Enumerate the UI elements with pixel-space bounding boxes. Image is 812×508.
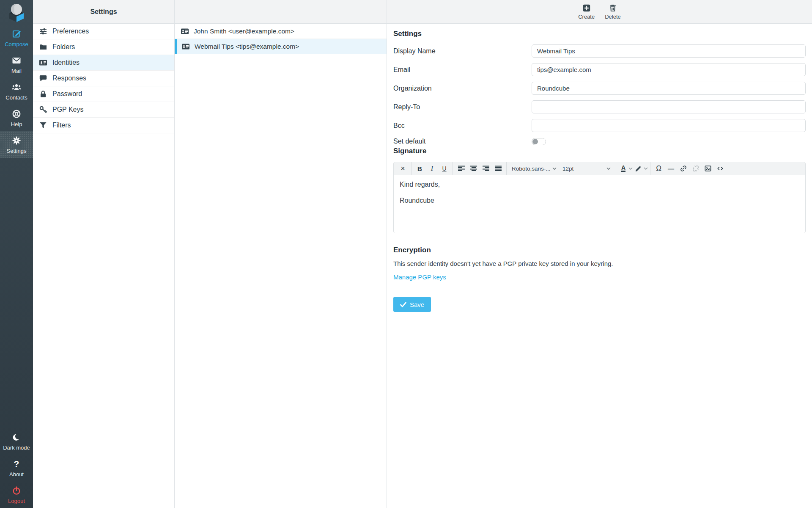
menu-item-password[interactable]: Password — [33, 86, 174, 102]
menu-item-filters[interactable]: Filters — [33, 118, 174, 133]
contacts-icon — [11, 82, 22, 92]
sidebar-item-label: Mail — [11, 68, 22, 74]
email-field[interactable] — [532, 63, 806, 76]
compose-icon — [11, 29, 22, 39]
settings-menu-column: Settings Preferences Folders Identities — [33, 0, 175, 508]
align-justify-icon[interactable] — [492, 163, 504, 174]
encryption-message: This sender identity doesn't yet have a … — [393, 260, 806, 267]
check-icon — [400, 302, 406, 307]
sidebar-item-mail[interactable]: Mail — [0, 51, 33, 78]
display-name-label: Display Name — [393, 47, 532, 55]
identity-detail-column: Create Delete Settings Display Name Emai… — [387, 0, 812, 508]
set-default-label: Set default — [393, 138, 532, 145]
folder-icon — [39, 43, 47, 51]
sidebar-spacer — [0, 158, 33, 428]
bcc-label: Bcc — [393, 122, 532, 130]
set-default-toggle[interactable] — [532, 138, 546, 145]
content-toolbar: Create Delete — [387, 0, 812, 24]
menu-item-label: Filters — [52, 121, 71, 129]
identity-row-webmail-tips[interactable]: Webmail Tips <tips@example.com> — [175, 39, 387, 54]
toolbar-group-font: Roboto,sans-... 12pt — [507, 162, 616, 175]
marker-icon — [634, 165, 642, 172]
sidebar-item-compose[interactable]: Compose — [0, 25, 33, 51]
delete-button[interactable]: Delete — [605, 3, 621, 20]
italic-icon[interactable]: I — [426, 163, 438, 174]
menu-item-folders[interactable]: Folders — [33, 39, 174, 55]
toolbar-group-style: B I U — [411, 162, 453, 175]
toggle-knob — [532, 139, 538, 144]
align-left-icon[interactable] — [455, 163, 467, 174]
sidebar-item-label: Contacts — [5, 94, 27, 101]
sidebar-item-settings[interactable]: Settings — [0, 131, 33, 158]
create-label: Create — [578, 14, 595, 20]
signature-section-title: Signature — [393, 147, 806, 155]
menu-item-label: Responses — [52, 75, 86, 82]
app-logo[interactable] — [0, 0, 33, 25]
remove-link-icon[interactable] — [689, 163, 702, 174]
save-button[interactable]: Save — [393, 297, 431, 312]
roundcube-logo-icon — [7, 2, 26, 22]
email-label: Email — [393, 66, 532, 74]
sidebar-item-logout[interactable]: Logout — [0, 481, 33, 508]
identities-list-column: John Smith <user@example.com> Webmail Ti… — [175, 0, 387, 508]
bcc-field[interactable] — [532, 119, 806, 132]
create-button[interactable]: Create — [578, 3, 595, 20]
display-name-field[interactable] — [532, 44, 806, 58]
chevron-down-icon[interactable] — [644, 167, 648, 170]
chat-bubble-icon — [39, 74, 47, 83]
settings-menu-header: Settings — [33, 0, 174, 24]
sidebar-item-help[interactable]: Help — [0, 105, 33, 131]
menu-item-preferences[interactable]: Preferences — [33, 24, 174, 39]
insert-image-icon[interactable] — [702, 163, 714, 174]
text-color-button[interactable]: A — [618, 163, 628, 174]
horizontal-rule-icon[interactable]: — — [665, 163, 677, 174]
chevron-down-icon — [606, 167, 611, 170]
menu-item-label: Folders — [52, 43, 75, 51]
organization-field[interactable] — [532, 82, 806, 95]
id-card-icon — [39, 58, 47, 67]
align-center-icon[interactable] — [467, 163, 480, 174]
reply-to-field[interactable] — [532, 100, 806, 113]
insert-link-icon[interactable] — [677, 163, 689, 174]
font-family-select[interactable]: Roboto,sans-... — [509, 163, 560, 174]
source-code-icon[interactable] — [714, 163, 726, 174]
sliders-icon — [39, 27, 47, 36]
id-card-icon — [181, 27, 189, 36]
roundcube-settings-app: Compose Mail C — [0, 0, 812, 508]
bold-icon[interactable]: B — [414, 163, 426, 174]
chevron-down-icon — [552, 167, 557, 170]
menu-item-responses[interactable]: Responses — [33, 71, 174, 86]
special-char-icon[interactable]: Ω — [653, 163, 665, 174]
sidebar-item-dark-mode[interactable]: Dark mode — [0, 428, 33, 455]
toolbar-group-color: A — [616, 162, 650, 175]
underline-icon[interactable]: U — [438, 163, 450, 174]
menu-item-pgp-keys[interactable]: PGP Keys — [33, 102, 174, 118]
sidebar-item-label: Compose — [5, 41, 28, 47]
sidebar-item-label: Logout — [8, 498, 25, 504]
toolbar-group-close: × — [395, 162, 411, 175]
close-editor-icon[interactable]: × — [397, 163, 409, 174]
identity-row-label: Webmail Tips <tips@example.com> — [195, 43, 299, 50]
identity-row-john-smith[interactable]: John Smith <user@example.com> — [175, 24, 387, 39]
signature-line: Roundcube — [400, 196, 799, 205]
menu-item-identities[interactable]: Identities — [33, 55, 174, 71]
font-size-select[interactable]: 12pt — [560, 163, 614, 174]
identity-form: Settings Display Name Email Organization… — [387, 24, 812, 312]
settings-section-title: Settings — [393, 30, 806, 38]
signature-line: Kind regards, — [400, 180, 799, 189]
sidebar-item-about[interactable]: ? About — [0, 455, 33, 481]
sidebar-item-contacts[interactable]: Contacts — [0, 78, 33, 105]
align-right-icon[interactable] — [480, 163, 492, 174]
signature-editor-body[interactable]: Kind regards, Roundcube — [394, 175, 805, 233]
form-row-organization: Organization — [393, 82, 806, 95]
editor-toolbar: × B I U — [394, 162, 805, 175]
menu-item-label: Identities — [52, 59, 80, 66]
chevron-down-icon[interactable] — [628, 167, 633, 170]
moon-icon — [11, 432, 22, 442]
manage-pgp-keys-link[interactable]: Manage PGP keys — [393, 273, 446, 281]
gear-icon — [11, 135, 22, 146]
highlight-color-button[interactable] — [633, 163, 644, 174]
toolbar-group-insert: Ω — — [650, 162, 728, 175]
form-row-set-default: Set default — [393, 138, 806, 145]
save-label: Save — [410, 301, 424, 308]
